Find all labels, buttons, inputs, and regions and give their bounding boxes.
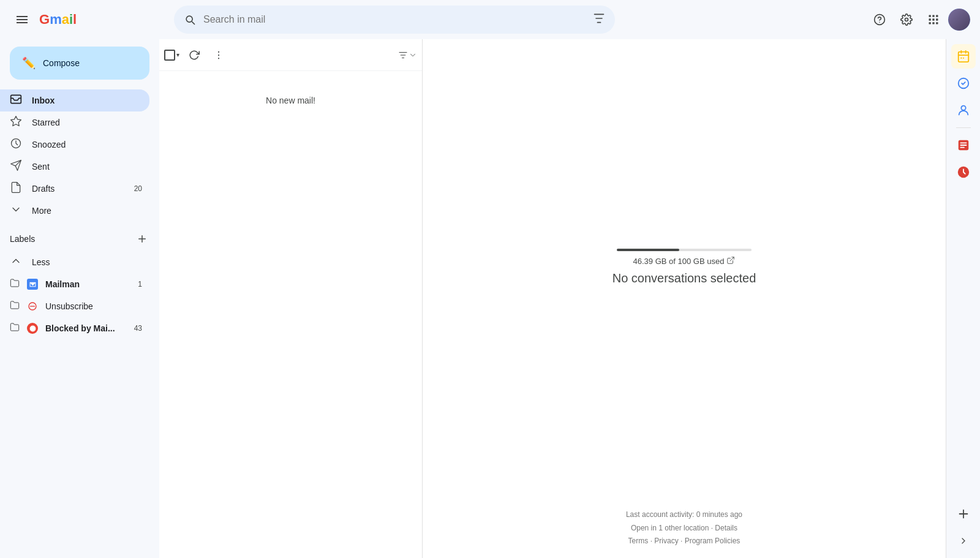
- sidebar-item-more[interactable]: More: [0, 200, 149, 222]
- svg-rect-3: [932, 15, 934, 17]
- svg-rect-5: [929, 18, 931, 20]
- svg-rect-19: [963, 58, 964, 59]
- unsubscribe-folder-icon: [10, 300, 20, 312]
- search-bar: [174, 6, 615, 34]
- more-label: More: [32, 206, 142, 216]
- less-icon: [10, 255, 22, 270]
- compose-pencil-icon: ✏️: [22, 56, 36, 70]
- search-icon: [184, 13, 196, 26]
- svg-rect-7: [936, 18, 938, 20]
- contacts-app-button[interactable]: [951, 98, 976, 123]
- svg-rect-4: [936, 15, 938, 17]
- privacy-link[interactable]: Privacy: [654, 537, 678, 545]
- sidebar-item-starred[interactable]: Starred: [0, 111, 149, 134]
- storage-section: 46.39 GB of 100 GB used: [617, 249, 752, 266]
- more-expand-icon: [10, 203, 22, 219]
- search-filter-icon[interactable]: [593, 12, 605, 27]
- svg-rect-9: [932, 22, 934, 24]
- svg-rect-10: [936, 22, 938, 24]
- calendar-app-button[interactable]: [951, 44, 976, 69]
- svg-rect-2: [929, 15, 931, 17]
- terms-link[interactable]: Terms: [628, 537, 649, 545]
- sent-icon: [10, 159, 22, 175]
- avatar[interactable]: [948, 9, 970, 31]
- sidebar-item-less[interactable]: Less: [0, 251, 149, 273]
- label-item-unsubscribe[interactable]: Unsubscribe: [0, 295, 149, 317]
- apps-button[interactable]: [921, 7, 946, 32]
- preview-footer: Last account activity: 0 minutes ago Ope…: [616, 499, 752, 558]
- help-button[interactable]: [867, 7, 892, 32]
- checkbox-chevron-icon[interactable]: ▾: [176, 51, 179, 58]
- select-all-container[interactable]: ▾: [164, 50, 179, 61]
- topbar-right: [867, 7, 970, 32]
- sidebar-item-inbox[interactable]: Inbox: [0, 89, 149, 111]
- logo-m-icon: Gmail: [39, 12, 77, 28]
- label-item-blocked[interactable]: Blocked by Mai... 43: [0, 317, 149, 339]
- details-link[interactable]: Details: [715, 524, 737, 532]
- add-label-button[interactable]: [135, 232, 149, 246]
- right-sidebar-expand-button[interactable]: [951, 529, 976, 553]
- svg-rect-17: [958, 52, 968, 62]
- menu-icon[interactable]: [10, 7, 34, 32]
- sidebar: ✏️ Compose Inbox Starred Snoozed: [0, 39, 159, 558]
- settings-button[interactable]: [894, 7, 919, 32]
- storage-text: 46.39 GB of 100 GB used: [633, 256, 736, 266]
- refresh-button[interactable]: [184, 45, 204, 65]
- gmail-logo[interactable]: Gmail: [39, 12, 77, 28]
- search-input[interactable]: [203, 14, 586, 25]
- labels-title: Labels: [10, 234, 35, 244]
- compose-button[interactable]: ✏️ Compose: [10, 47, 149, 80]
- blocked-red-icon: [27, 323, 38, 334]
- svg-point-21: [961, 106, 965, 110]
- snoozed-icon: [10, 137, 22, 153]
- tasks-app-button[interactable]: [951, 71, 976, 96]
- sidebar-item-snoozed[interactable]: Snoozed: [0, 134, 149, 156]
- select-all-checkbox[interactable]: [164, 50, 175, 61]
- right-sidebar: [946, 39, 980, 558]
- svg-rect-18: [960, 58, 962, 59]
- drafts-label: Drafts: [32, 184, 124, 194]
- no-conversations-text: No conversations selected: [612, 271, 756, 285]
- topbar-left: Gmail: [10, 7, 169, 32]
- open-other-location: Open in 1 other location · Details: [626, 522, 742, 535]
- footer-links: Terms · Privacy · Program Policies: [626, 535, 742, 548]
- sort-button[interactable]: [398, 50, 417, 61]
- todoist-app-button[interactable]: [951, 133, 976, 157]
- drafts-badge: 20: [134, 184, 142, 193]
- sidebar-item-sent[interactable]: Sent: [0, 156, 149, 178]
- svg-rect-6: [932, 18, 934, 20]
- svg-point-1: [880, 22, 880, 23]
- mailman-badge-icon: [27, 279, 38, 290]
- storage-bar-container: [617, 249, 752, 251]
- email-toolbar: ▾: [159, 39, 422, 71]
- blocked-label: Blocked by Mai...: [45, 323, 127, 333]
- storage-bar-fill: [617, 249, 679, 251]
- storage-external-link-icon[interactable]: [726, 256, 735, 266]
- inbox-label: Inbox: [32, 96, 132, 105]
- email-list-pane: ▾ No ne: [159, 39, 423, 558]
- sent-label: Sent: [32, 162, 142, 172]
- extra-app-button[interactable]: [951, 160, 976, 184]
- starred-label: Starred: [32, 118, 142, 127]
- program-policies-link[interactable]: Program Policies: [685, 537, 741, 545]
- svg-rect-8: [929, 22, 931, 24]
- blocked-badge: 43: [134, 324, 142, 333]
- unsubscribe-label: Unsubscribe: [45, 301, 142, 311]
- mailman-label: Mailman: [45, 279, 130, 289]
- snoozed-label: Snoozed: [32, 140, 142, 149]
- mailman-folder-icon: [10, 278, 20, 290]
- label-item-mailman[interactable]: Mailman 1: [0, 273, 149, 295]
- right-sidebar-divider: [956, 127, 971, 128]
- no-mail-message: No new mail!: [159, 71, 422, 558]
- topbar: Gmail: [0, 0, 980, 39]
- more-options-button[interactable]: [209, 45, 228, 65]
- mailman-badge: 1: [138, 280, 142, 288]
- svg-rect-11: [11, 95, 21, 103]
- main-container: ✏️ Compose Inbox Starred Snoozed: [0, 39, 980, 558]
- labels-section-header: Labels: [0, 227, 159, 251]
- sidebar-item-drafts[interactable]: Drafts 20: [0, 178, 149, 200]
- drafts-icon: [10, 181, 22, 197]
- svg-point-16: [218, 58, 219, 59]
- add-app-button[interactable]: [951, 502, 976, 526]
- svg-point-15: [218, 54, 219, 55]
